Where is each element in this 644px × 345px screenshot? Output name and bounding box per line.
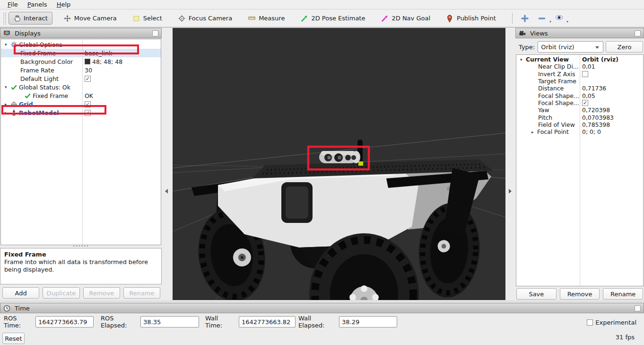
tool-select[interactable]: Select xyxy=(128,12,167,25)
property-name: Focal Shape... xyxy=(538,92,579,99)
property-name: Near Clip Di... xyxy=(538,63,579,70)
property-name: Distance xyxy=(538,85,564,92)
robot-icon xyxy=(10,109,17,116)
sensor-cylinder xyxy=(319,151,360,163)
ros-time-input[interactable]: 1642773663.79 xyxy=(35,316,94,327)
views-panel-titlebar[interactable]: Views xyxy=(515,28,644,38)
column-divider[interactable] xyxy=(580,55,580,286)
tool-2d-pose-estimate[interactable]: 2D Pose Estimate xyxy=(296,12,370,25)
property-name: Pitch xyxy=(538,114,552,121)
displays-row-robotmodel[interactable]: ▸RobotModel xyxy=(1,108,161,117)
tool-interact[interactable]: Interact xyxy=(9,12,52,25)
expander-open-icon[interactable]: ▾ xyxy=(5,85,10,89)
tool-2d-nav-goal[interactable]: 2D Nav Goal xyxy=(376,12,435,25)
tool-label: Publish Point xyxy=(457,15,496,22)
displays-float-button[interactable] xyxy=(152,30,158,36)
property-name: Grid xyxy=(19,101,33,108)
tool-measure[interactable]: Measure xyxy=(244,12,289,25)
column-divider[interactable] xyxy=(82,39,83,245)
right-splitter[interactable] xyxy=(505,28,515,300)
menu-panels[interactable]: Panels xyxy=(23,0,52,9)
displays-row-grid[interactable]: ▸Grid xyxy=(1,100,161,108)
add-button[interactable]: Add xyxy=(2,287,39,299)
minus-icon xyxy=(538,14,547,23)
chevron-down-icon xyxy=(595,46,599,49)
displays-panel-titlebar[interactable]: Displays xyxy=(0,28,162,38)
remove-button[interactable]: Remove xyxy=(83,287,120,299)
eye-icon xyxy=(555,14,564,23)
collapse-right-arrow-icon[interactable] xyxy=(509,189,512,194)
ros-elapsed-input[interactable]: 38.35 xyxy=(140,316,199,327)
rename-button[interactable]: Rename xyxy=(603,288,643,300)
duplicate-button[interactable]: Duplicate xyxy=(43,287,79,299)
3d-viewport[interactable] xyxy=(173,28,505,300)
ros-elapsed-label: ROS Elapsed: xyxy=(101,315,127,329)
save-button[interactable]: Save xyxy=(516,288,557,300)
displays-row-frame-rate[interactable]: Frame Rate30 xyxy=(1,66,161,74)
wall-elapsed-input[interactable]: 38.29 xyxy=(339,316,397,327)
expander-closed-icon[interactable]: ▸ xyxy=(531,130,537,134)
expander-open-icon[interactable]: ▾ xyxy=(5,42,10,47)
displays-panel: Displays ▾Global OptionsFixed Framebase_… xyxy=(0,28,162,300)
displays-row-fixed-frame[interactable]: Fixed FrameOK xyxy=(1,91,161,100)
tool-label: Interact xyxy=(24,15,48,22)
tool-label: Measure xyxy=(259,15,285,22)
plus-button[interactable] xyxy=(517,12,534,25)
checkbox[interactable] xyxy=(85,101,91,107)
experimental-label: Experimental xyxy=(595,319,636,326)
remove-button[interactable]: Remove xyxy=(560,288,600,300)
collapse-left-arrow-icon[interactable] xyxy=(165,189,168,194)
checkbox[interactable] xyxy=(85,76,91,82)
gear-icon xyxy=(10,41,17,48)
left-splitter[interactable] xyxy=(162,28,173,300)
view-type-combobox[interactable]: Orbit (rviz) xyxy=(538,41,603,53)
time-panel-titlebar[interactable]: Time xyxy=(0,303,644,313)
displays-row-fixed-frame[interactable]: Fixed Framebase_link xyxy=(1,49,161,57)
property-name: Default Light xyxy=(20,75,59,82)
property-name: Yaw xyxy=(538,106,549,114)
expander-closed-icon[interactable]: ▸ xyxy=(5,110,10,115)
checkbox[interactable] xyxy=(582,71,588,77)
property-value: 0,71736 xyxy=(582,85,606,92)
help-text: Frame into which all data is transformed… xyxy=(4,258,148,273)
displays-row-background-color[interactable]: Background Color48; 48; 48 xyxy=(1,57,161,66)
checkbox[interactable] xyxy=(85,110,91,116)
views-camera-icon xyxy=(519,30,526,37)
menu-help[interactable]: Help xyxy=(52,0,76,9)
rename-button[interactable]: Rename xyxy=(123,287,160,299)
displays-row-global-status-ok[interactable]: ▾Global Status: Ok xyxy=(1,83,161,91)
property-name: Field of View xyxy=(538,121,575,128)
wall-time-input[interactable]: 1642773663.82 xyxy=(239,316,296,327)
dropdown-arrow-icon[interactable]: ▾ xyxy=(566,20,568,24)
zero-button[interactable]: Zero xyxy=(606,41,643,53)
minus-button[interactable]: ▾ xyxy=(534,12,551,25)
menu-file[interactable]: File xyxy=(3,0,23,9)
checkbox[interactable] xyxy=(582,100,588,106)
displays-monitor-icon xyxy=(3,30,10,37)
displays-row-global-options[interactable]: ▾Global Options xyxy=(1,40,161,49)
tool-publish-point[interactable]: Publish Point xyxy=(442,12,501,25)
property-value: 0,05 xyxy=(582,92,595,99)
property-value: 0,0703983 xyxy=(582,114,614,121)
tool-focus-camera[interactable]: Focus Camera xyxy=(174,12,237,25)
displays-tree: ▾Global OptionsFixed Framebase_linkBackg… xyxy=(0,39,161,245)
time-panel-title: Time xyxy=(15,305,30,312)
expander-closed-icon[interactable]: ▸ xyxy=(5,102,10,106)
property-name: Global Options xyxy=(19,41,62,48)
toolbar-grip[interactable] xyxy=(3,12,7,25)
focus-crosshair-icon xyxy=(178,15,185,22)
tool-move-camera[interactable]: Move Camera xyxy=(59,12,122,25)
check-icon xyxy=(24,92,31,99)
reset-button[interactable]: Reset xyxy=(2,333,25,344)
time-float-button[interactable] xyxy=(635,305,641,311)
robot-model-scene xyxy=(173,28,505,300)
eye-button[interactable]: ▾ xyxy=(551,12,568,25)
displays-row-default-light[interactable]: Default Light xyxy=(1,74,161,83)
color-swatch[interactable] xyxy=(85,59,90,64)
expander-open-icon[interactable]: ▾ xyxy=(520,57,526,62)
hand-icon xyxy=(13,15,20,22)
views-float-button[interactable] xyxy=(635,30,641,36)
experimental-checkbox[interactable] xyxy=(587,319,593,326)
property-value: 0,720398 xyxy=(582,106,610,114)
toolbar-separator xyxy=(512,13,513,24)
